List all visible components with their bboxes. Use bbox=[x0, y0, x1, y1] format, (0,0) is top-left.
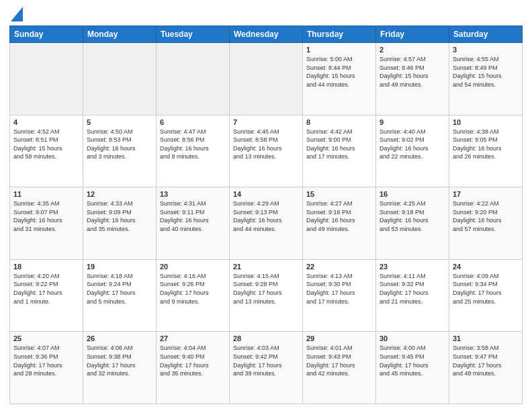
calendar-cell: 31Sunrise: 3:58 AM Sunset: 9:47 PM Dayli… bbox=[449, 332, 523, 404]
calendar-cell: 15Sunrise: 4:27 AM Sunset: 9:16 PM Dayli… bbox=[303, 187, 376, 260]
svg-marker-0 bbox=[11, 7, 23, 21]
day-number: 11 bbox=[13, 190, 79, 198]
calendar-cell: 6Sunrise: 4:47 AM Sunset: 8:56 PM Daylig… bbox=[157, 115, 230, 187]
calendar-cell: 23Sunrise: 4:11 AM Sunset: 9:32 PM Dayli… bbox=[376, 259, 449, 332]
day-number: 6 bbox=[160, 118, 226, 126]
day-number: 5 bbox=[87, 118, 152, 126]
day-number: 20 bbox=[160, 263, 226, 271]
logo-icon bbox=[11, 7, 23, 21]
calendar-cell: 1Sunrise: 5:00 AM Sunset: 8:44 PM Daylig… bbox=[303, 43, 376, 116]
calendar-cell: 27Sunrise: 4:04 AM Sunset: 9:40 PM Dayli… bbox=[157, 332, 230, 404]
day-info: Sunrise: 4:20 AM Sunset: 9:22 PM Dayligh… bbox=[13, 272, 79, 306]
day-number: 1 bbox=[306, 46, 372, 54]
day-number: 29 bbox=[306, 334, 372, 342]
calendar-cell bbox=[10, 43, 83, 116]
week-row-4: 18Sunrise: 4:20 AM Sunset: 9:22 PM Dayli… bbox=[10, 259, 523, 332]
day-info: Sunrise: 4:45 AM Sunset: 8:58 PM Dayligh… bbox=[233, 128, 299, 161]
day-number: 18 bbox=[13, 263, 79, 271]
calendar-cell: 8Sunrise: 4:42 AM Sunset: 9:00 PM Daylig… bbox=[303, 115, 376, 187]
day-number: 8 bbox=[306, 118, 372, 126]
day-info: Sunrise: 4:06 AM Sunset: 9:38 PM Dayligh… bbox=[87, 344, 152, 377]
day-number: 25 bbox=[13, 334, 79, 342]
day-info: Sunrise: 4:40 AM Sunset: 9:02 PM Dayligh… bbox=[380, 128, 445, 161]
day-info: Sunrise: 4:11 AM Sunset: 9:32 PM Dayligh… bbox=[380, 272, 445, 306]
week-row-1: 1Sunrise: 5:00 AM Sunset: 8:44 PM Daylig… bbox=[10, 43, 523, 116]
day-info: Sunrise: 4:18 AM Sunset: 9:24 PM Dayligh… bbox=[87, 272, 152, 306]
header-sunday: Sunday bbox=[10, 26, 83, 43]
header-saturday: Saturday bbox=[449, 26, 523, 43]
week-row-5: 25Sunrise: 4:07 AM Sunset: 9:36 PM Dayli… bbox=[10, 332, 523, 404]
day-number: 4 bbox=[13, 118, 79, 126]
calendar-cell: 30Sunrise: 4:00 AM Sunset: 9:45 PM Dayli… bbox=[376, 332, 449, 404]
day-info: Sunrise: 4:13 AM Sunset: 9:30 PM Dayligh… bbox=[306, 272, 372, 306]
calendar-header-row: SundayMondayTuesdayWednesdayThursdayFrid… bbox=[10, 26, 523, 43]
day-info: Sunrise: 4:04 AM Sunset: 9:40 PM Dayligh… bbox=[160, 344, 226, 377]
calendar-cell: 2Sunrise: 4:57 AM Sunset: 8:46 PM Daylig… bbox=[376, 43, 449, 116]
calendar-cell: 17Sunrise: 4:22 AM Sunset: 9:20 PM Dayli… bbox=[449, 187, 523, 260]
header bbox=[9, 7, 523, 21]
day-number: 13 bbox=[160, 190, 226, 198]
day-number: 10 bbox=[453, 118, 519, 126]
day-info: Sunrise: 3:58 AM Sunset: 9:47 PM Dayligh… bbox=[453, 344, 519, 377]
day-info: Sunrise: 4:27 AM Sunset: 9:16 PM Dayligh… bbox=[306, 199, 372, 233]
header-friday: Friday bbox=[376, 26, 449, 43]
header-tuesday: Tuesday bbox=[157, 26, 230, 43]
calendar-cell: 14Sunrise: 4:29 AM Sunset: 9:13 PM Dayli… bbox=[230, 187, 303, 260]
day-info: Sunrise: 4:00 AM Sunset: 9:45 PM Dayligh… bbox=[380, 344, 445, 377]
week-row-3: 11Sunrise: 4:35 AM Sunset: 9:07 PM Dayli… bbox=[10, 187, 523, 260]
day-number: 3 bbox=[453, 46, 519, 54]
calendar-cell: 18Sunrise: 4:20 AM Sunset: 9:22 PM Dayli… bbox=[10, 259, 83, 332]
day-number: 17 bbox=[453, 190, 519, 198]
day-info: Sunrise: 4:01 AM Sunset: 9:43 PM Dayligh… bbox=[306, 344, 372, 377]
day-info: Sunrise: 4:15 AM Sunset: 9:28 PM Dayligh… bbox=[233, 272, 299, 306]
week-row-2: 4Sunrise: 4:52 AM Sunset: 8:51 PM Daylig… bbox=[10, 115, 523, 187]
page: SundayMondayTuesdayWednesdayThursdayFrid… bbox=[0, 0, 532, 411]
day-info: Sunrise: 4:03 AM Sunset: 9:42 PM Dayligh… bbox=[233, 344, 299, 377]
day-number: 28 bbox=[233, 334, 299, 342]
day-number: 30 bbox=[380, 334, 445, 342]
day-number: 16 bbox=[380, 190, 445, 198]
day-number: 15 bbox=[306, 190, 372, 198]
calendar-cell: 7Sunrise: 4:45 AM Sunset: 8:58 PM Daylig… bbox=[230, 115, 303, 187]
calendar-cell: 24Sunrise: 4:09 AM Sunset: 9:34 PM Dayli… bbox=[449, 259, 523, 332]
day-info: Sunrise: 4:57 AM Sunset: 8:46 PM Dayligh… bbox=[380, 55, 445, 89]
day-info: Sunrise: 5:00 AM Sunset: 8:44 PM Dayligh… bbox=[306, 55, 372, 89]
day-number: 7 bbox=[233, 118, 299, 126]
day-number: 24 bbox=[453, 263, 519, 271]
calendar-cell: 20Sunrise: 4:16 AM Sunset: 9:26 PM Dayli… bbox=[157, 259, 230, 332]
calendar-cell: 19Sunrise: 4:18 AM Sunset: 9:24 PM Dayli… bbox=[83, 259, 157, 332]
day-info: Sunrise: 4:22 AM Sunset: 9:20 PM Dayligh… bbox=[453, 199, 519, 233]
day-number: 22 bbox=[306, 263, 372, 271]
calendar-cell: 4Sunrise: 4:52 AM Sunset: 8:51 PM Daylig… bbox=[10, 115, 83, 187]
calendar-cell bbox=[157, 43, 230, 116]
day-info: Sunrise: 4:38 AM Sunset: 9:05 PM Dayligh… bbox=[453, 128, 519, 161]
calendar-cell: 11Sunrise: 4:35 AM Sunset: 9:07 PM Dayli… bbox=[10, 187, 83, 260]
calendar-cell: 10Sunrise: 4:38 AM Sunset: 9:05 PM Dayli… bbox=[449, 115, 523, 187]
calendar-cell bbox=[83, 43, 157, 116]
header-monday: Monday bbox=[83, 26, 157, 43]
day-info: Sunrise: 4:35 AM Sunset: 9:07 PM Dayligh… bbox=[13, 199, 79, 233]
calendar-cell: 25Sunrise: 4:07 AM Sunset: 9:36 PM Dayli… bbox=[10, 332, 83, 404]
calendar-cell: 16Sunrise: 4:25 AM Sunset: 9:18 PM Dayli… bbox=[376, 187, 449, 260]
header-thursday: Thursday bbox=[303, 26, 376, 43]
day-number: 26 bbox=[87, 334, 152, 342]
day-number: 9 bbox=[380, 118, 445, 126]
day-number: 12 bbox=[87, 190, 152, 198]
day-info: Sunrise: 4:31 AM Sunset: 9:11 PM Dayligh… bbox=[160, 199, 226, 233]
day-info: Sunrise: 4:16 AM Sunset: 9:26 PM Dayligh… bbox=[160, 272, 226, 306]
day-info: Sunrise: 4:33 AM Sunset: 9:09 PM Dayligh… bbox=[87, 199, 152, 233]
day-info: Sunrise: 4:09 AM Sunset: 9:34 PM Dayligh… bbox=[453, 272, 519, 306]
calendar-cell: 13Sunrise: 4:31 AM Sunset: 9:11 PM Dayli… bbox=[157, 187, 230, 260]
day-number: 19 bbox=[87, 263, 152, 271]
header-wednesday: Wednesday bbox=[230, 26, 303, 43]
day-info: Sunrise: 4:42 AM Sunset: 9:00 PM Dayligh… bbox=[306, 128, 372, 161]
calendar-cell: 29Sunrise: 4:01 AM Sunset: 9:43 PM Dayli… bbox=[303, 332, 376, 404]
calendar-table: SundayMondayTuesdayWednesdayThursdayFrid… bbox=[9, 26, 523, 404]
calendar-cell: 26Sunrise: 4:06 AM Sunset: 9:38 PM Dayli… bbox=[83, 332, 157, 404]
day-info: Sunrise: 4:50 AM Sunset: 8:53 PM Dayligh… bbox=[87, 128, 152, 161]
calendar-cell: 28Sunrise: 4:03 AM Sunset: 9:42 PM Dayli… bbox=[230, 332, 303, 404]
day-info: Sunrise: 4:07 AM Sunset: 9:36 PM Dayligh… bbox=[13, 344, 79, 377]
calendar-cell bbox=[230, 43, 303, 116]
day-info: Sunrise: 4:47 AM Sunset: 8:56 PM Dayligh… bbox=[160, 128, 226, 161]
calendar-cell: 9Sunrise: 4:40 AM Sunset: 9:02 PM Daylig… bbox=[376, 115, 449, 187]
